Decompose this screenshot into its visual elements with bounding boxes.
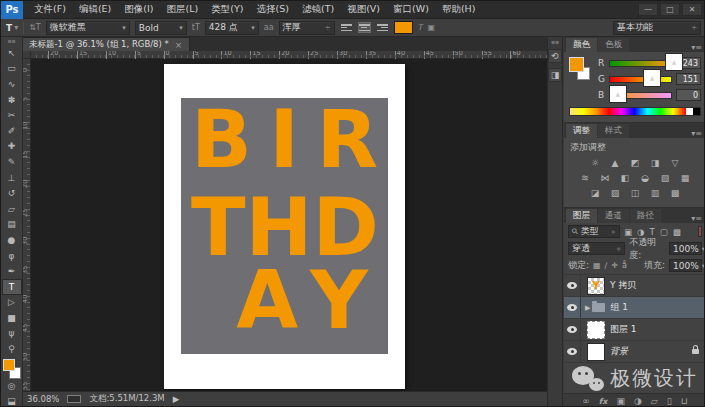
clone-stamp-tool[interactable]: ⊥ [2,170,22,186]
posterize-icon[interactable]: ▨ [608,187,623,199]
hue-saturation-icon[interactable]: ≋ [578,172,593,184]
text-orientation-icon[interactable]: ⇅T [29,23,41,32]
quick-mask-icon[interactable]: ◎ [2,379,22,393]
tab-styles[interactable]: 样式 [598,124,629,138]
toggle-panels-icon[interactable]: ▣ [427,23,435,32]
foreground-color-swatch[interactable] [3,359,15,371]
hand-tool[interactable]: ψ [2,326,22,342]
warp-text-icon[interactable]: T [418,23,423,32]
layer-name[interactable]: 图层 1 [610,323,637,336]
layer-row[interactable]: 图层 1 [564,319,705,341]
channel-slider[interactable]: ▲ [609,60,672,67]
levels-icon[interactable]: ▲ [608,157,623,169]
panel-menu-icon[interactable]: ▾≡ [691,214,704,223]
photo-filter-icon[interactable]: ◒ [638,172,653,184]
pen-tool[interactable]: ✒ [2,263,22,279]
menu-item[interactable]: 编辑(E) [79,3,111,16]
layer-row[interactable]: ▶组 1 [564,297,705,319]
opacity-field[interactable]: 100% ▾ [669,242,702,255]
eye-icon[interactable] [567,282,577,289]
shape-tool[interactable]: ■ [2,310,22,326]
text-color-swatch[interactable] [394,21,413,34]
properties-panel-icon[interactable]: ◨ [548,68,562,82]
zoom-level-field[interactable]: 36.08% [27,394,59,404]
align-center-button[interactable] [358,22,371,33]
minimize-button[interactable]: — [638,3,658,16]
menu-item[interactable]: 视图(V) [347,3,380,16]
invert-icon[interactable]: ◪ [588,187,603,199]
crop-tool[interactable]: ✂ [2,107,22,123]
move-tool[interactable]: ↖ [2,45,22,61]
layer-row[interactable]: YY 拷贝 [564,275,705,297]
layer-style-icon[interactable]: fx [599,397,608,406]
layer-row[interactable]: 背景 [564,341,705,363]
lock-position-icon[interactable]: ✛ [611,261,618,270]
path-selection-tool[interactable]: ▷ [2,295,22,311]
font-family-select[interactable]: 微软雅黑 ▾ [46,21,130,35]
layer-name[interactable]: Y 拷贝 [610,279,636,292]
new-group-icon[interactable]: ▱ [651,396,658,406]
quick-selection-tool[interactable]: ✽ [2,92,22,108]
close-button[interactable]: ✕ [682,3,702,16]
layer-name[interactable]: 背景 [610,345,628,358]
eye-icon[interactable] [567,326,577,333]
visibility-cell[interactable] [564,275,581,296]
align-left-button[interactable] [340,22,353,33]
status-expander-icon[interactable]: ▶ [173,394,180,404]
tab-paths[interactable]: 路径 [630,209,661,223]
document-page[interactable]: BIRTHDAY [164,64,405,389]
menu-item[interactable]: 选择(S) [256,3,288,16]
lock-transparency-icon[interactable]: ▦ [593,261,601,270]
screen-mode-icon[interactable]: ⬓ [2,394,22,407]
blend-mode-select[interactable]: 穿透 ÷ [568,242,625,255]
visibility-cell[interactable] [564,319,581,340]
vibrance-icon[interactable]: ▽ [668,157,683,169]
lock-all-icon[interactable]: å [622,261,627,270]
eye-icon[interactable] [567,304,577,311]
exposure-icon[interactable]: ◨ [648,157,663,169]
document-tab[interactable]: 未标题-1 @ 36.1% (组 1, RGB/8) * × [21,37,190,51]
foreground-color-swatch[interactable] [569,57,584,72]
filter-smart-objects-icon[interactable]: ▩ [673,227,681,237]
eraser-tool[interactable]: ▱ [2,201,22,217]
threshold-icon[interactable]: ◫ [628,187,643,199]
link-layers-icon[interactable]: ∞ [582,396,590,406]
marquee-tool[interactable]: ▭ [2,61,22,77]
layer-thumbnail[interactable] [587,343,605,361]
channel-value[interactable]: 151 [676,73,701,85]
delete-layer-icon[interactable]: ⊔ [681,396,688,406]
filter-on-toggle[interactable] [698,226,702,237]
type-tool[interactable]: T [2,279,22,295]
slider-thumb[interactable]: ▲ [609,85,627,103]
menu-item[interactable]: 类型(Y) [211,3,243,16]
canvas-area[interactable]: 2015105051015202530354045505560 05101520… [23,51,547,391]
menu-item[interactable]: 文件(F) [34,3,66,16]
type-tool-preset[interactable]: T ▾ [6,23,18,33]
new-layer-icon[interactable]: ▯ [667,396,672,406]
history-brush-tool[interactable]: ↺ [2,185,22,201]
channel-slider[interactable]: ▲ [609,92,672,99]
spectrum-gradient[interactable] [570,108,686,115]
white-swatch[interactable] [686,108,693,115]
font-size-select[interactable]: 428 点 ▾ [205,21,259,35]
slider-thumb[interactable]: ▲ [643,69,661,87]
dodge-tool[interactable]: φ [2,248,22,264]
eyedropper-tool[interactable]: ✐ [2,123,22,139]
fill-field[interactable]: 100% ▾ [669,259,702,272]
channel-value[interactable]: 0 [676,89,701,101]
anti-alias-select[interactable]: 浑厚 ÷ [279,21,335,35]
selective-color-icon[interactable]: ▩ [668,187,683,199]
slider-thumb[interactable]: ▲ [665,53,683,71]
tab-layers[interactable]: 图层 [566,209,597,223]
layer-thumbnail[interactable] [587,321,605,339]
eye-icon[interactable] [567,348,577,355]
brightness-contrast-icon[interactable]: ☼ [588,157,603,169]
panel-menu-icon[interactable]: ▾≡ [691,129,704,138]
menu-item[interactable]: 帮助(H) [442,3,476,16]
add-mask-icon[interactable]: ▣ [616,396,625,406]
zoom-tool[interactable]: ⚲ [2,341,22,357]
new-adjustment-layer-icon[interactable]: ◑ [634,396,642,406]
panel-menu-icon[interactable]: ▾≡ [691,43,704,52]
menu-item[interactable]: 滤镜(T) [302,3,334,16]
align-right-button[interactable] [376,22,389,33]
